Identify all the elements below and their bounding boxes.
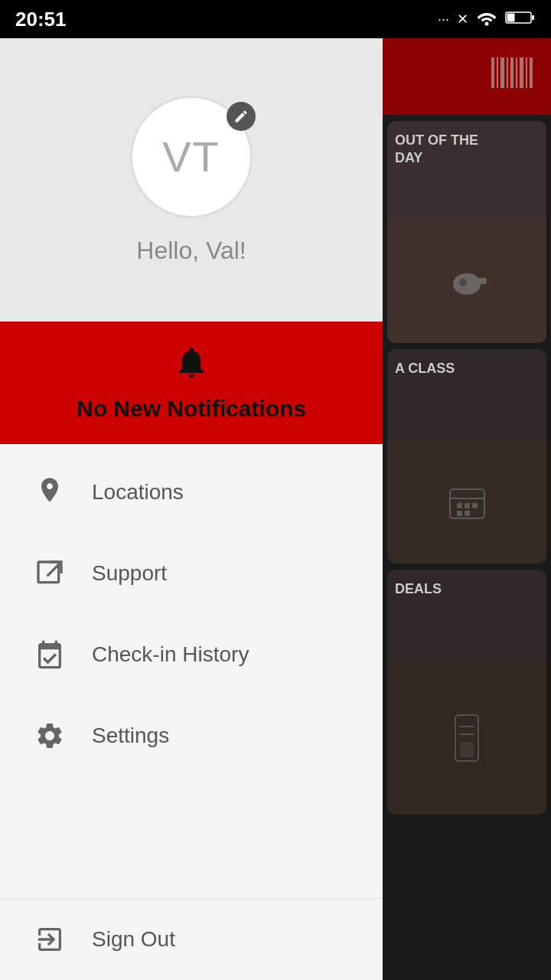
sign-out-icon — [31, 920, 69, 959]
greeting-text: Hello, Val! — [136, 237, 246, 265]
external-link-icon — [31, 554, 69, 593]
svg-rect-19 — [465, 503, 470, 508]
card-2-text: A CLASS — [395, 360, 455, 377]
svg-rect-26 — [460, 742, 474, 757]
checkin-label: Check-in History — [92, 642, 249, 667]
svg-point-15 — [459, 279, 467, 286]
svg-rect-22 — [465, 511, 470, 516]
card-2-image — [387, 441, 546, 564]
notification-text: No New Notifications — [77, 396, 306, 422]
svg-rect-5 — [497, 57, 498, 88]
svg-rect-4 — [491, 57, 494, 88]
svg-rect-2 — [507, 13, 515, 21]
status-time: 20:51 — [15, 8, 67, 31]
svg-rect-14 — [478, 278, 487, 284]
card-3: DEALS — [387, 570, 546, 815]
svg-rect-12 — [530, 57, 533, 88]
notification-banner: No New Notifications — [0, 322, 383, 444]
menu-item-settings[interactable]: Settings — [0, 695, 383, 776]
svg-rect-20 — [472, 503, 478, 508]
menu-item-checkin[interactable]: Check-in History — [0, 614, 383, 695]
gear-icon — [31, 717, 69, 755]
card-3-image — [387, 662, 546, 815]
calendar-check-icon — [31, 635, 69, 674]
sign-out-button[interactable]: Sign Out — [0, 898, 383, 980]
menu-list: Locations Support — [0, 444, 383, 898]
more-dots-icon: ··· — [438, 11, 449, 28]
card-3-text: DEALS — [395, 580, 442, 598]
status-icons: ··· ✕ — [438, 9, 536, 30]
card-1-text: OUT OF THEDAY — [395, 132, 478, 168]
support-label: Support — [92, 561, 167, 586]
card-1-image — [387, 220, 546, 343]
locations-label: Locations — [92, 480, 184, 505]
location-icon — [31, 473, 69, 511]
card-1: OUT OF THEDAY — [387, 121, 546, 343]
avatar-container: VT — [130, 96, 253, 218]
svg-rect-21 — [457, 511, 462, 516]
right-panel: OUT OF THEDAY A CLASS — [383, 38, 551, 980]
svg-rect-6 — [500, 57, 504, 88]
settings-label: Settings — [92, 724, 169, 748]
battery-icon — [505, 10, 536, 29]
sign-out-label: Sign Out — [92, 927, 175, 952]
svg-rect-7 — [507, 57, 508, 88]
profile-section: VT Hello, Val! — [0, 38, 383, 322]
card-2: A CLASS — [387, 349, 546, 564]
svg-rect-9 — [516, 57, 517, 88]
edit-avatar-button[interactable] — [227, 102, 256, 131]
svg-rect-11 — [526, 57, 527, 88]
svg-rect-27 — [38, 562, 59, 583]
svg-rect-10 — [520, 57, 523, 88]
drawer: VT Hello, Val! No New Notifications — [0, 38, 383, 980]
svg-rect-8 — [510, 57, 514, 88]
svg-rect-18 — [457, 503, 462, 508]
barcode-icon — [490, 54, 536, 100]
svg-rect-3 — [532, 15, 534, 20]
main-container: OUT OF THEDAY A CLASS — [0, 38, 551, 980]
menu-item-locations[interactable]: Locations — [0, 452, 383, 533]
svg-point-0 — [485, 21, 489, 25]
svg-point-13 — [453, 273, 481, 295]
app-header-partial — [383, 38, 551, 115]
avatar-initials: VT — [162, 132, 220, 181]
menu-item-support[interactable]: Support — [0, 533, 383, 614]
status-bar: 20:51 ··· ✕ — [0, 0, 551, 38]
wifi-icon — [476, 9, 497, 30]
close-icon: ✕ — [457, 11, 468, 28]
bell-icon — [173, 344, 210, 388]
